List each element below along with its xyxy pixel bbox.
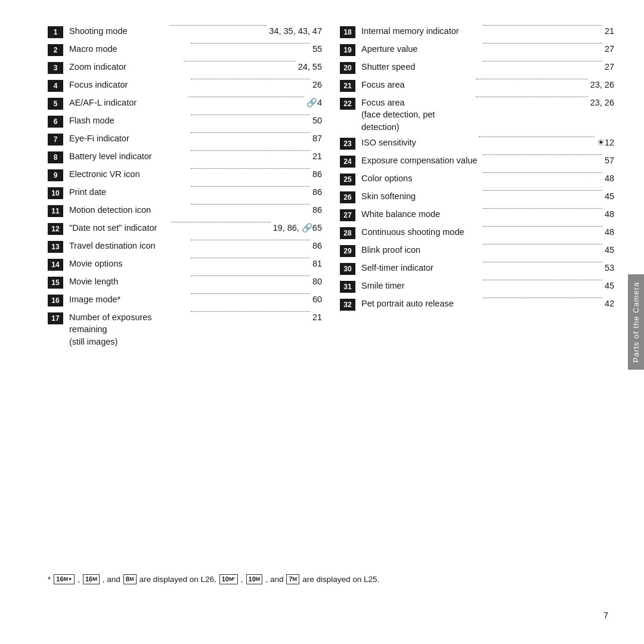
entry-label: Internal memory indicator <box>361 25 481 37</box>
entry-label: Print date <box>69 186 188 198</box>
entry-page: 42 <box>605 298 614 309</box>
list-item: 7Eye-Fi indicator87 <box>48 131 322 148</box>
icon-10m: 10M <box>246 574 263 584</box>
num-badge: 5 <box>48 98 63 110</box>
dots <box>483 208 602 209</box>
entry-page: 45 <box>605 244 614 256</box>
icon-7m: 7M <box>286 574 299 584</box>
footnote-text2: are displayed on L25. <box>302 575 379 584</box>
num-badge: 3 <box>48 62 63 74</box>
num-badge: 29 <box>340 245 355 257</box>
entry-text: Internal memory indicator21 <box>361 25 614 37</box>
list-item: 25Color options48 <box>340 171 614 188</box>
list-item: 16Image mode*60 <box>48 292 322 309</box>
list-item: 17Number of exposures remaining(still im… <box>48 310 322 349</box>
dots <box>483 43 602 44</box>
list-item: 21Focus area23, 26 <box>340 78 614 94</box>
entry-text: Shutter speed27 <box>361 61 614 73</box>
dots <box>483 280 602 280</box>
entry-page: 48 <box>605 226 614 238</box>
list-item: 1Shooting mode34, 35, 43, 47 <box>48 24 322 41</box>
dots <box>483 61 602 61</box>
entry-text: ISO sensitivity☀12 <box>361 137 614 148</box>
entry-label: Shooting mode <box>69 25 167 37</box>
entry-page: 21 <box>605 25 614 37</box>
dots <box>476 79 588 79</box>
entry-page: 23, 26 <box>590 79 614 91</box>
entry-label: AE/AF-L indicator <box>69 97 185 109</box>
num-badge: 4 <box>48 80 63 92</box>
num-badge: 15 <box>48 277 63 289</box>
dots <box>191 132 310 133</box>
entry-label: ISO sensitivity <box>361 137 476 148</box>
entry-page: 45 <box>605 280 614 292</box>
entry-text: Eye-Fi indicator87 <box>69 132 322 144</box>
list-item: 2Macro mode55 <box>48 42 322 58</box>
list-item: 8Battery level indicator21 <box>48 149 322 166</box>
entry-label: Electronic VR icon <box>69 168 188 180</box>
dots <box>191 114 310 115</box>
list-item: 13Travel destination icon86 <box>48 239 322 255</box>
num-badge: 12 <box>48 223 63 235</box>
dots <box>191 204 310 205</box>
list-item: 12"Date not set" indicator19, 86, 🔗65 <box>48 221 322 237</box>
entry-label: Continuous shooting mode <box>361 226 481 238</box>
entry-text: Smile timer45 <box>361 280 614 292</box>
entry-page: 23, 26 <box>590 97 614 109</box>
dots <box>171 222 271 222</box>
entry-label: Image mode* <box>69 293 188 305</box>
icon-16m-rotate: 16M✦ <box>54 574 75 584</box>
entry-text: Self-timer indicator53 <box>361 262 614 274</box>
entry-text: White balance mode48 <box>361 208 614 220</box>
list-item: 5AE/AF-L indicator🔗4 <box>48 95 322 112</box>
dots <box>191 186 310 187</box>
entry-page: 21 <box>312 150 322 162</box>
dots <box>476 97 588 97</box>
dots <box>479 137 594 137</box>
dots <box>483 298 602 298</box>
entry-page: 86 <box>312 186 322 198</box>
entry-label: Focus area(face detection, pet detection… <box>361 97 473 133</box>
entry-page: 48 <box>605 208 614 220</box>
num-badge: 10 <box>48 187 63 199</box>
entry-label: Movie options <box>69 258 188 270</box>
num-badge: 7 <box>48 134 63 145</box>
footnote-text1: are displayed on L26, <box>140 575 216 584</box>
entry-text: Motion detection icon86 <box>69 204 322 216</box>
entry-text: Focus area23, 26 <box>361 79 614 91</box>
entry-text: Pet portrait auto release42 <box>361 298 614 309</box>
list-item: 26Skin softening45 <box>340 189 614 206</box>
entry-text: AE/AF-L indicator🔗4 <box>69 97 322 109</box>
num-badge: 18 <box>340 26 355 38</box>
entry-text: Continuous shooting mode48 <box>361 226 614 238</box>
entry-text: Travel destination icon86 <box>69 240 322 252</box>
dots <box>191 311 310 312</box>
entry-page: 27 <box>605 61 614 73</box>
num-badge: 20 <box>340 62 355 74</box>
entry-label: Pet portrait auto release <box>361 298 481 309</box>
entry-page: 🔗4 <box>306 97 322 109</box>
list-item: 20Shutter speed27 <box>340 60 614 76</box>
page-number: 7 <box>603 611 608 620</box>
entry-page: 50 <box>312 114 322 126</box>
num-badge: 30 <box>340 263 355 275</box>
entry-label: Zoom indicator <box>69 61 181 73</box>
entry-text: Blink proof icon45 <box>361 244 614 256</box>
entry-text: Shooting mode34, 35, 43, 47 <box>69 25 322 37</box>
entry-text: Movie options81 <box>69 258 322 270</box>
dots <box>191 79 310 79</box>
dots <box>483 262 602 262</box>
entry-label: Blink proof icon <box>361 244 481 256</box>
dots <box>191 150 310 151</box>
right-column: 18Internal memory indicator2119Aperture … <box>340 24 614 349</box>
entry-text: Image mode*60 <box>69 293 322 305</box>
entry-text: Number of exposures remaining(still imag… <box>69 311 322 348</box>
num-badge: 23 <box>340 138 355 150</box>
entry-page: 80 <box>312 275 322 287</box>
num-badge: 16 <box>48 295 63 306</box>
entry-text: Skin softening45 <box>361 190 614 202</box>
icon-16m: 16M <box>83 574 100 584</box>
entry-label: Focus indicator <box>69 79 188 91</box>
entry-text: Exposure compensation value57 <box>361 154 614 166</box>
entry-label: Aperture value <box>361 43 481 55</box>
